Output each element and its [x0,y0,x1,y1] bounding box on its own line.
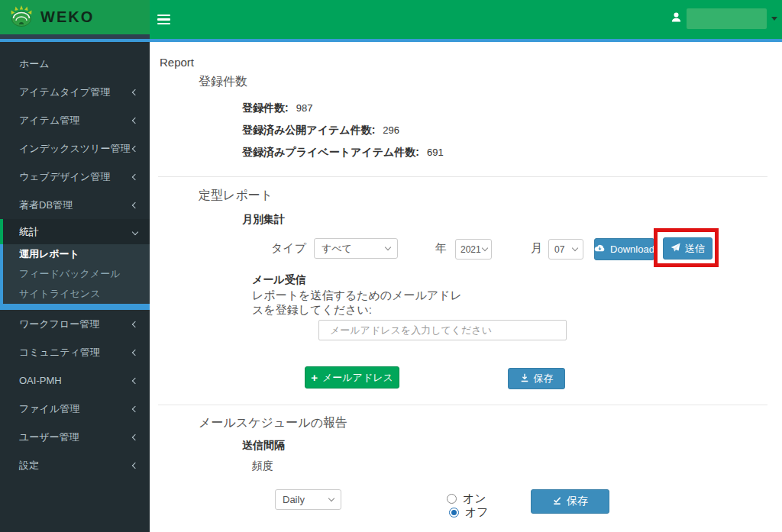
month-label: 月 [531,241,542,256]
sidebar-item-statistics[interactable]: 統計 [0,219,150,244]
stat-row-total: 登録件数:987 [242,101,312,115]
chevron-down-icon [328,495,334,501]
stat-label: 登録済みプライベートアイテム件数: [242,146,419,158]
cloud-download-icon [594,243,606,255]
user-name-box[interactable] [687,8,767,29]
stat-value: 691 [427,147,444,158]
sidebar-item-user-admin[interactable]: ユーザー管理 [0,423,150,451]
frequency-label: 頻度 [252,459,273,473]
month-select-value: 07 [554,244,564,255]
year-select[interactable]: 2021 [455,239,492,260]
sidebar-item-label: ユーザー管理 [19,430,79,444]
sidebar-item-site-license[interactable]: サイトライセンス [0,284,150,304]
registration-section-heading: 登録件数 [199,74,247,90]
weko-logo-icon [9,5,34,30]
frequency-select[interactable]: Daily [275,489,341,510]
sidebar-item-oai-pmh[interactable]: OAI-PMH [0,366,150,395]
sidebar-item-label: 運用レポート [19,247,79,261]
save-download-icon [520,373,529,385]
sidebar-item-label: 設定 [19,459,39,472]
download-button-label: Download [610,243,654,255]
stat-row-private: 登録済みプライベートアイテム件数:691 [242,145,444,160]
radio-on-label: オン [463,492,486,506]
sidebar-item-file-admin[interactable]: ファイル管理 [0,395,150,423]
user-icon [671,11,682,26]
sidebar-item-label: ホーム [19,57,50,71]
stat-label: 登録済み公開アイテム件数: [242,124,375,136]
chevron-down-icon [385,244,391,250]
sidebar-item-workflow-admin[interactable]: ワークフロー管理 [0,310,150,338]
sidebar-item-label: OAI-PMH [19,375,62,386]
page-title: Report [160,56,194,69]
radio-off[interactable] [449,508,459,517]
save-check-icon [552,495,562,508]
caret-down-icon [771,17,777,21]
radio-off-label: オフ [465,505,489,520]
mail-schedule-section-heading: メールスケジュールの報告 [199,415,347,431]
brand-name: WEKO [40,8,94,26]
brand-logo-area[interactable]: WEKO [0,0,150,34]
radio-on[interactable] [447,494,457,504]
chevron-left-icon [132,321,138,327]
sidebar-item-item-type-admin[interactable]: アイテムタイプ管理 [0,78,150,106]
save-schedule-button[interactable]: 保存 [531,489,609,514]
save-email-button[interactable]: 保存 [508,368,565,389]
chevron-left-icon [132,173,138,179]
plus-icon: + [311,371,318,384]
add-email-button-label: メールアドレス [322,371,393,385]
weko-admin-screen: WEKO ホームアイテムタイプ管理アイテム管理インデックスツリー管理ウェブデザイ… [0,0,782,532]
section-divider [158,405,767,405]
send-button[interactable]: 送信 [663,237,713,260]
sidebar-item-label: フィードバックメール [19,267,120,281]
sidebar-item-label: アイテムタイプ管理 [19,85,110,99]
sidebar-item-label: サイトライセンス [19,287,100,301]
chevron-left-icon [132,462,138,468]
send-button-label: 送信 [685,242,705,256]
chevron-left-icon [132,405,138,411]
sidebar-item-label: ワークフロー管理 [19,318,99,331]
sidebar-item-settings[interactable]: 設定 [0,451,150,479]
stat-value: 296 [383,124,399,136]
chevron-left-icon [132,377,138,383]
sidebar-item-label: 著者DB管理 [19,198,73,212]
sidebar-active-indicator [0,304,150,310]
user-menu[interactable] [671,8,777,29]
send-paper-plane-icon [671,243,680,255]
sidebar-item-item-admin[interactable]: アイテム管理 [0,106,150,134]
chevron-left-icon [132,434,138,440]
top-navbar [150,0,782,39]
type-label: タイプ [271,241,306,256]
sidebar-item-label: ファイル管理 [19,402,79,416]
sidebar-item-operation-report[interactable]: 運用レポート [0,244,150,264]
sidebar: ホームアイテムタイプ管理アイテム管理インデックスツリー管理ウェブデザイン管理著者… [0,42,150,532]
sidebar-item-author-db-admin[interactable]: 著者DB管理 [0,191,150,219]
chevron-down-icon [132,228,138,234]
main-content: Report 登録件数 登録件数:987 登録済み公開アイテム件数:296 登録… [150,42,782,532]
section-divider [158,176,767,177]
sidebar-item-web-design-admin[interactable]: ウェブデザイン管理 [0,163,150,191]
schedule-on-option[interactable]: オン [447,492,486,506]
month-select[interactable]: 07 [548,239,583,260]
year-select-value: 2021 [460,244,481,255]
sidebar-menu: ホームアイテムタイプ管理アイテム管理インデックスツリー管理ウェブデザイン管理著者… [0,42,150,479]
sidebar-item-feedback-mail[interactable]: フィードバックメール [0,264,150,284]
email-input[interactable] [318,320,567,340]
sidebar-toggle-hamburger-icon[interactable] [157,15,170,24]
sidebar-item-index-tree-admin[interactable]: インデックスツリー管理 [0,134,150,163]
mail-description: レポートを送信するためのメールアドレスを登録してください: [252,288,470,317]
chevron-left-icon [132,117,138,123]
sidebar-item-home[interactable]: ホーム [0,50,150,78]
fixed-report-section-heading: 定型レポート [199,188,273,204]
frequency-select-value: Daily [283,494,305,505]
sidebar-item-community-admin[interactable]: コミュニティ管理 [0,338,150,366]
sidebar-item-label: 統計 [19,225,39,239]
chevron-left-icon [132,89,138,95]
download-button[interactable]: Download [594,238,654,260]
sidebar-item-label: アイテム管理 [19,114,79,127]
type-select[interactable]: すべて [314,238,398,259]
stat-value: 987 [296,102,313,114]
chevron-left-icon [132,145,138,151]
sidebar-item-label: コミュニティ管理 [19,346,100,360]
add-email-button[interactable]: + メールアドレス [305,366,399,389]
schedule-off-option[interactable]: オフ [449,505,489,520]
